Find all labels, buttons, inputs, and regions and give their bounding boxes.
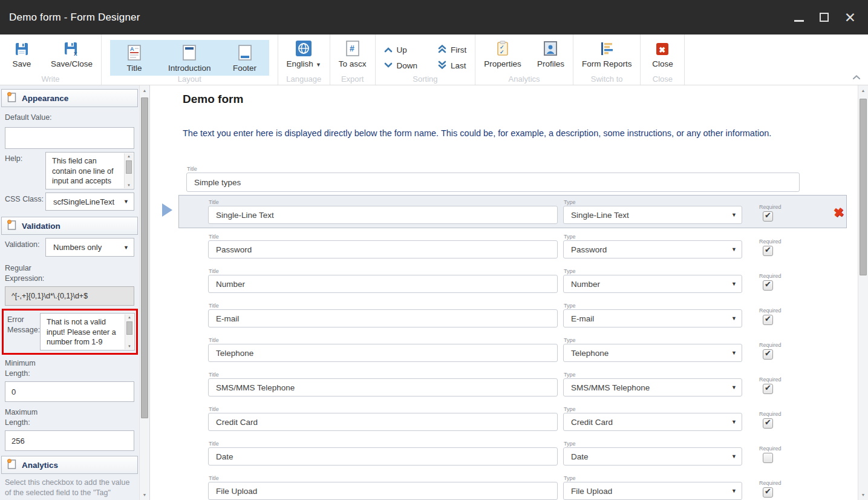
default-value-input[interactable] (5, 127, 134, 149)
save-close-button[interactable]: x Save/Close (51, 40, 93, 68)
sort-up-button[interactable]: Up (384, 45, 418, 55)
sidebar-scrollbar[interactable]: ▲ ▼ (139, 85, 149, 500)
error-message-textarea[interactable]: That is not a valid input! Please enter … (40, 313, 135, 350)
validation-title: Validation (22, 222, 60, 231)
sort-first-button[interactable]: First (438, 45, 466, 55)
error-message-label: Error Message: (5, 313, 40, 350)
field-type-select[interactable]: File Upload ▼ (563, 482, 742, 500)
field-title-input[interactable] (208, 344, 558, 362)
scroll-up-icon: ▲ (858, 88, 868, 93)
field-row: Title Type File Upload ▼ Required ✖ (150, 471, 858, 500)
form-intro-text[interactable]: The text you enter here is displayed dir… (183, 128, 824, 138)
field-title-input[interactable] (208, 413, 558, 431)
form-designer-window: Demo form - Form Designer ✕ Save x (0, 0, 868, 500)
properties-button[interactable]: ✓✓ Properties (484, 40, 521, 68)
chevron-up-icon (384, 45, 393, 54)
form-reports-button[interactable]: Form Reports (582, 40, 632, 68)
field-title-input[interactable] (208, 447, 558, 465)
help-scrollbar[interactable]: ▲ ▼ (124, 153, 133, 188)
field-type-label: Type (564, 234, 576, 240)
appearance-section-header[interactable]: Appearance (1, 89, 138, 107)
field-type-select[interactable]: Credit Card ▼ (563, 413, 742, 431)
field-title-input[interactable] (208, 482, 558, 500)
section-page-icon (7, 92, 16, 105)
properties-sidebar: Appearance Default Value: Help: This fie… (0, 85, 150, 500)
field-required-label: Required (759, 273, 782, 279)
section-title-input[interactable] (186, 173, 800, 192)
group-label-export: Export (330, 74, 375, 84)
field-title-input[interactable] (208, 206, 558, 224)
error-scrollbar[interactable]: ▲ ▼ (125, 314, 134, 349)
title-button[interactable]: A Title (121, 44, 148, 73)
profiles-button[interactable]: Profiles (537, 40, 564, 68)
error-message-text: That is not a valid input! Please enter … (41, 314, 134, 349)
group-label-switch-to: Switch to (573, 74, 641, 84)
field-type-select[interactable]: Date ▼ (563, 447, 742, 465)
appearance-title: Appearance (22, 94, 68, 103)
field-required-label: Required (759, 480, 782, 486)
introduction-button[interactable]: Introduction (168, 44, 211, 73)
svg-text:#: # (350, 44, 354, 53)
field-title-input[interactable] (208, 309, 558, 327)
field-title-label: Title (209, 234, 219, 240)
ribbon-group-close: ✖ Close Close (641, 35, 685, 85)
sort-first-label: First (451, 45, 466, 54)
field-required-checkbox[interactable] (763, 418, 773, 429)
field-title-label: Title (209, 337, 219, 343)
form-name-heading: Demo form (183, 93, 243, 106)
footer-button[interactable]: Footer (232, 44, 258, 73)
field-type-select[interactable]: Number ▼ (563, 275, 742, 293)
field-type-select[interactable]: Password ▼ (563, 240, 742, 258)
field-required-checkbox[interactable] (763, 384, 773, 394)
field-required-checkbox[interactable] (763, 453, 773, 463)
delete-field-icon[interactable]: ✖ (833, 205, 844, 220)
language-button[interactable]: English▼ (287, 40, 321, 68)
help-textarea[interactable]: This field can contain one line of input… (45, 152, 134, 189)
close-form-button[interactable]: ✖ Close (649, 40, 676, 68)
field-required-checkbox[interactable] (763, 246, 773, 256)
field-title-input[interactable] (208, 240, 558, 258)
field-title-input[interactable] (208, 378, 558, 396)
sort-down-button[interactable]: Down (384, 61, 418, 71)
svg-text:x: x (74, 50, 77, 56)
collapse-ribbon-icon[interactable] (852, 71, 861, 82)
chevron-down-icon: ▼ (731, 350, 737, 356)
field-type-select[interactable]: E-mail ▼ (563, 309, 742, 327)
field-required-checkbox[interactable] (763, 487, 773, 498)
layout-highlight: A Title Introduction Footer (110, 40, 269, 76)
field-required-checkbox[interactable] (763, 349, 773, 360)
chevron-down-icon: ▼ (731, 315, 737, 321)
main-scrollbar[interactable]: ▲ ▼ (858, 85, 868, 500)
min-length-input[interactable] (5, 381, 134, 402)
ribbon-group-language: English▼ Language (278, 35, 330, 85)
close-window-button[interactable]: ✕ (844, 10, 856, 25)
validation-section-header[interactable]: Validation (1, 217, 138, 235)
field-required-checkbox[interactable] (763, 315, 773, 325)
regex-input[interactable] (5, 286, 134, 306)
field-type-select[interactable]: SMS/MMS Telephone ▼ (563, 378, 742, 396)
validation-label: Validation: (5, 238, 45, 257)
save-close-icon: x (64, 40, 80, 56)
ribbon-group-export: # To ascx Export (330, 35, 376, 85)
field-type-select[interactable]: Single-Line Text ▼ (563, 206, 742, 224)
field-row: Title Type Date ▼ Required ✖ (150, 436, 858, 471)
validation-select[interactable]: Numbers only ▼ (45, 238, 134, 257)
field-required-label: Required (759, 308, 782, 314)
analytics-section-header[interactable]: Analytics (1, 456, 138, 474)
sort-last-button[interactable]: Last (438, 61, 466, 71)
field-required-checkbox[interactable] (763, 280, 773, 291)
chevron-down-icon: ▼ (731, 281, 737, 287)
save-button[interactable]: Save (8, 40, 35, 68)
field-title-input[interactable] (208, 275, 558, 293)
field-required-checkbox[interactable] (763, 211, 773, 222)
max-length-input[interactable] (5, 430, 134, 451)
main-scroll-thumb[interactable] (860, 99, 867, 275)
chevron-down-icon: ▼ (731, 419, 737, 425)
field-type-select[interactable]: Telephone ▼ (563, 344, 742, 362)
to-ascx-button[interactable]: # To ascx (339, 40, 367, 68)
css-class-select[interactable]: scfSingleLineText ▼ (45, 192, 134, 211)
max-length-label: Maximum Length: (5, 407, 53, 428)
minimize-button[interactable] (794, 10, 804, 25)
sidebar-scroll-thumb[interactable] (141, 97, 148, 418)
maximize-button[interactable] (820, 10, 829, 25)
